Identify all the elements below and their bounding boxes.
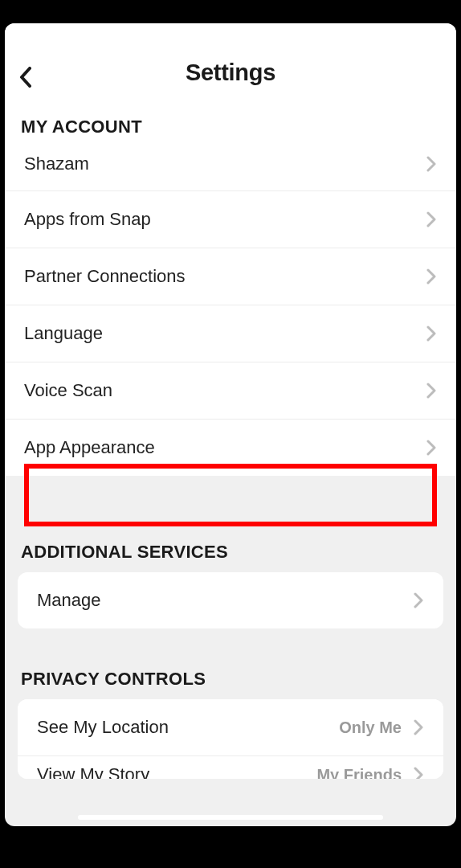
list-item-label: Apps from Snap xyxy=(24,209,151,230)
chevron-right-icon xyxy=(413,766,424,779)
list-item-label: View My Story xyxy=(37,764,149,779)
chevron-right-icon xyxy=(426,325,437,342)
privacy-controls-list: See My Location Only Me View My Story My… xyxy=(18,699,443,779)
settings-item-apps-from-snap[interactable]: Apps from Snap xyxy=(5,191,456,248)
settings-screen: Settings MY ACCOUNT Shazam Apps from Sna… xyxy=(5,23,456,826)
list-item-label: App Appearance xyxy=(24,437,155,458)
page-title: Settings xyxy=(18,59,443,86)
settings-item-app-appearance[interactable]: App Appearance xyxy=(5,420,456,476)
chevron-right-icon xyxy=(413,719,424,736)
list-item-label: Manage xyxy=(37,590,101,611)
chevron-right-icon xyxy=(426,439,437,457)
header: Settings xyxy=(5,23,456,102)
settings-item-partner-connections[interactable]: Partner Connections xyxy=(5,248,456,305)
list-item-label: Voice Scan xyxy=(24,380,112,401)
additional-services-list: Manage xyxy=(18,572,443,628)
chevron-right-icon xyxy=(426,211,437,228)
list-item-label: See My Location xyxy=(37,717,169,738)
list-item-right: My Friends xyxy=(316,766,424,780)
settings-item-voice-scan[interactable]: Voice Scan xyxy=(5,362,456,420)
chevron-right-icon xyxy=(426,382,437,399)
chevron-left-icon xyxy=(19,67,32,88)
list-item-right: Only Me xyxy=(339,719,424,737)
chevron-right-icon xyxy=(426,268,437,285)
chevron-right-icon xyxy=(426,155,437,173)
settings-item-view-my-story[interactable]: View My Story My Friends xyxy=(18,756,443,779)
list-item-label: Language xyxy=(24,323,103,344)
settings-item-see-my-location[interactable]: See My Location Only Me xyxy=(18,699,443,756)
settings-item-language[interactable]: Language xyxy=(5,305,456,362)
section-title-privacy-controls: PRIVACY CONTROLS xyxy=(5,628,456,699)
section-title-my-account: MY ACCOUNT xyxy=(5,102,456,147)
back-button[interactable] xyxy=(14,66,37,88)
home-indicator[interactable] xyxy=(78,815,383,820)
section-title-additional-services: ADDITIONAL SERVICES xyxy=(5,476,456,572)
my-account-list: Shazam Apps from Snap Partner Connection… xyxy=(5,147,456,476)
list-item-value: Only Me xyxy=(339,719,402,737)
settings-item-shazam[interactable]: Shazam xyxy=(5,147,456,191)
settings-item-manage[interactable]: Manage xyxy=(18,572,443,628)
list-item-label: Shazam xyxy=(24,154,89,174)
list-item-label: Partner Connections xyxy=(24,266,186,287)
list-item-value: My Friends xyxy=(316,766,402,780)
chevron-right-icon xyxy=(413,592,424,609)
